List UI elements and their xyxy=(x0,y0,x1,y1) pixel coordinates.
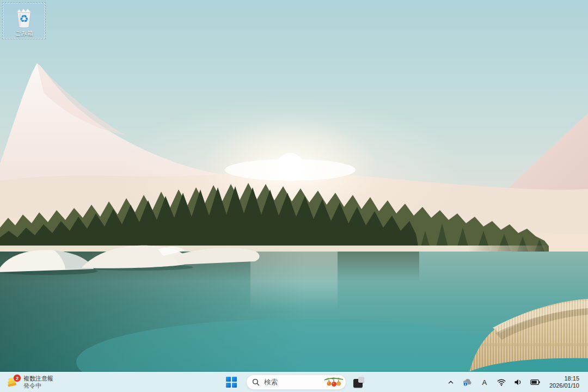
widgets-button[interactable]: 2 複数注意報 発令中 xyxy=(0,372,59,392)
volume-tray-button[interactable] xyxy=(510,374,526,390)
widget-alert-title: 複数注意報 xyxy=(23,375,53,382)
ime-mode-indicator: A xyxy=(482,378,487,387)
search-highlight-seasonal-icon xyxy=(324,377,344,388)
pinned-app-button[interactable] xyxy=(351,374,367,390)
battery-icon xyxy=(530,379,540,385)
wifi-icon xyxy=(497,378,506,386)
widget-alert-status: 発令中 xyxy=(23,382,53,389)
desktop-wallpaper xyxy=(0,0,588,372)
recycle-bin-icon: ♻ xyxy=(12,5,36,29)
widget-text: 複数注意報 発令中 xyxy=(23,375,53,389)
clock-date: 2026/01/10 xyxy=(549,382,579,389)
chevron-up-icon xyxy=(447,378,455,386)
recycle-bin-label: ごみ箱 xyxy=(15,30,33,37)
weather-alert-icon: 2 xyxy=(5,375,20,389)
clock[interactable]: 18:15 2026/01/10 xyxy=(547,374,581,390)
system-tray: A xyxy=(443,372,588,392)
windows-logo-icon xyxy=(226,377,237,388)
tray-overflow-button[interactable] xyxy=(443,374,459,390)
cloud-sync-tray-button[interactable] xyxy=(460,374,476,390)
taskbar-search-box[interactable] xyxy=(246,375,346,390)
wifi-tray-button[interactable] xyxy=(493,374,510,390)
pinned-app-icon xyxy=(353,377,364,388)
taskbar-center xyxy=(221,372,367,392)
taskbar: 2 複数注意報 発令中 xyxy=(0,372,588,392)
cloud-sync-icon xyxy=(462,378,473,387)
ime-mode-button[interactable]: A xyxy=(476,374,493,390)
battery-tray-button[interactable] xyxy=(527,374,543,390)
search-input[interactable] xyxy=(263,378,321,387)
svg-text:♻: ♻ xyxy=(19,13,28,24)
recycle-bin-desktop-icon[interactable]: ♻ ごみ箱 xyxy=(3,3,45,39)
alert-count-badge: 2 xyxy=(13,374,21,382)
volume-icon xyxy=(514,378,522,386)
start-button[interactable] xyxy=(221,374,242,390)
clock-time: 18:15 xyxy=(564,375,579,382)
desktop: ♻ ごみ箱 2 複数注意報 発令中 xyxy=(0,0,588,392)
search-icon xyxy=(252,378,260,386)
